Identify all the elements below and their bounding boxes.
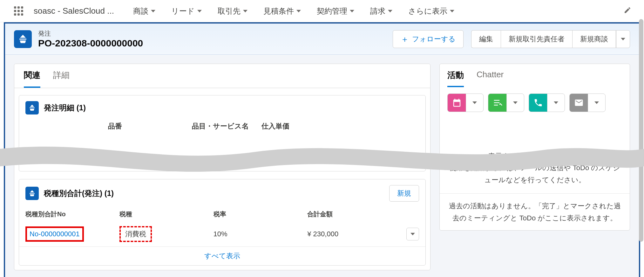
nav-item-account[interactable]: 取引先 [218,6,247,16]
chevron-down-icon [388,10,392,12]
send-email-button[interactable] [569,93,606,112]
tax-total-link[interactable]: No-0000000001 [30,230,80,238]
col-tax-type: 税種 [119,210,214,218]
nav-item-lead[interactable]: リード [171,6,202,16]
tab-related[interactable]: 関連 [24,70,40,88]
new-contact-button[interactable]: 新規取引先責任者 [501,30,572,48]
chevron-down-icon [410,233,415,235]
po-line-icon [25,101,39,114]
table-row: No-0000000001 消費税 10% ¥ 230,000 [19,222,425,246]
new-task-button[interactable] [488,93,524,112]
activity-tabs: 活動 Chatter [440,64,630,87]
partial-column-headers: 品番 品目・サービス名 仕入単価 [19,120,425,133]
col-total: 合計金額 [307,210,401,218]
record-actions: ＋フォローする 編集 新規取引先責任者 新規商談 [393,30,630,48]
phone-icon [529,93,547,112]
related-title[interactable]: 税種別合計(発注) (1) [44,188,114,198]
col-item-no: 品番 [108,121,122,131]
record-type-label: 発注 [38,29,143,38]
left-tabs-card: 関連 詳細 発注明細 (1) 品番 品目・サービス名 [14,64,430,270]
chevron-down-icon [472,101,477,104]
plus-icon: ＋ [401,35,409,43]
record-header: 発注 PO-202308-0000000000 ＋フォローする 編集 新規取引先… [5,24,639,55]
left-tabs: 関連 詳細 [14,64,430,88]
chevron-down-icon [554,101,558,104]
activity-composer [440,87,630,118]
record-title: PO-202308-0000000000 [38,38,143,49]
related-title[interactable]: 発注明細 (1) [44,103,86,113]
log-call-button[interactable] [529,93,565,112]
tab-details[interactable]: 詳細 [53,70,70,88]
global-nav: soasc - SalesCloud ... 商談 リード 取引先 見積条件 契… [0,0,644,22]
tax-total-icon [25,187,39,200]
app-name[interactable]: soasc - SalesCloud ... [34,6,114,16]
col-item-name: 品目・サービス名 [192,121,249,131]
nav-item-contract[interactable]: 契約管理 [317,6,354,16]
tax-rate-value: 10% [214,230,308,238]
mail-icon [569,93,588,112]
nav-item-opportunity[interactable]: 商談 [133,6,155,16]
edit-nav-icon[interactable] [624,6,631,16]
tax-table-header: 税種別合計No 税種 税率 合計金額 [19,207,425,222]
row-actions-button[interactable] [406,228,419,240]
app-launcher-icon[interactable] [13,5,24,17]
highlight-solid-box: No-0000000001 [25,226,84,242]
activity-empty-message: 表示する活動がありません。 使用を開始するには、メールの送信や ToDo のスケ… [440,147,630,193]
purchase-order-icon [14,30,32,48]
past-activity-message: 過去の活動はありません。「完了」とマークされた過去のミーティングと ToDo が… [440,193,630,230]
chevron-down-icon [621,38,625,40]
tab-activity[interactable]: 活動 [447,70,464,87]
chevron-down-icon [197,10,202,12]
follow-button[interactable]: ＋フォローする [393,30,464,48]
col-unit-price: 仕入単価 [261,121,289,131]
total-value: ¥ 230,000 [307,230,401,238]
nav-item-billing[interactable]: 請求 [370,6,392,16]
nav-item-more[interactable]: さらに表示 [408,6,454,16]
scrollbar-thumb[interactable] [639,19,643,242]
more-actions-button[interactable] [616,30,630,48]
new-opportunity-button[interactable]: 新規商談 [572,30,616,48]
highlight-dashed-box: 消費税 [119,226,152,242]
edit-button[interactable]: 編集 [471,30,501,48]
chevron-down-icon [151,10,155,12]
nav-items: 商談 リード 取引先 見積条件 契約管理 請求 さらに表示 [133,6,617,16]
chevron-down-icon [243,10,247,12]
chevron-down-icon [513,101,518,104]
chevron-down-icon [450,10,454,12]
new-event-button[interactable] [447,93,484,112]
chevron-down-icon [350,10,354,12]
task-icon [488,93,506,112]
col-tax-rate: 税率 [214,210,308,218]
tab-chatter[interactable]: Chatter [477,70,504,87]
view-all-link[interactable]: すべて表示 [19,246,425,265]
related-list-po-lines: 発注明細 (1) 品番 品目・サービス名 仕入単価 [19,95,426,171]
chevron-down-icon [594,101,599,104]
tax-type-value: 消費税 [125,230,146,238]
content-area: 関連 詳細 発注明細 (1) 品番 品目・サービス名 [5,55,639,277]
col-no: 税種別合計No [25,210,119,218]
nav-item-quote[interactable]: 見積条件 [263,6,301,16]
related-list-tax-totals: 税種別合計(発注) (1) 新規 税種別合計No 税種 税率 合計金額 No-0… [19,179,426,266]
calendar-icon [447,93,466,112]
new-tax-total-button[interactable]: 新規 [389,185,419,202]
activity-card: 活動 Chatter [439,64,630,231]
chevron-down-icon [296,10,301,12]
